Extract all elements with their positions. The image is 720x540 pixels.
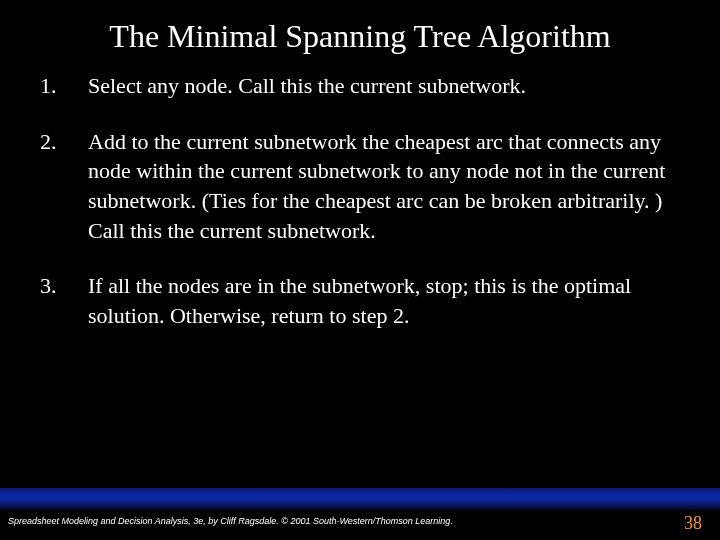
slide-title: The Minimal Spanning Tree Algorithm bbox=[0, 0, 720, 65]
step-number: 3. bbox=[40, 271, 88, 330]
footer-band bbox=[0, 488, 720, 510]
step-text: Select any node. Call this the current s… bbox=[88, 71, 680, 101]
footer-text: Spreadsheet Modeling and Decision Analys… bbox=[8, 516, 453, 526]
page-number: 38 bbox=[684, 513, 702, 534]
list-item: 1. Select any node. Call this the curren… bbox=[40, 71, 680, 101]
slide: The Minimal Spanning Tree Algorithm 1. S… bbox=[0, 0, 720, 540]
step-number: 2. bbox=[40, 127, 88, 246]
slide-body: 1. Select any node. Call this the curren… bbox=[0, 65, 720, 331]
step-text: If all the nodes are in the subnetwork, … bbox=[88, 271, 680, 330]
list-item: 3. If all the nodes are in the subnetwor… bbox=[40, 271, 680, 330]
list-item: 2. Add to the current subnetwork the che… bbox=[40, 127, 680, 246]
step-number: 1. bbox=[40, 71, 88, 101]
step-text: Add to the current subnetwork the cheape… bbox=[88, 127, 680, 246]
